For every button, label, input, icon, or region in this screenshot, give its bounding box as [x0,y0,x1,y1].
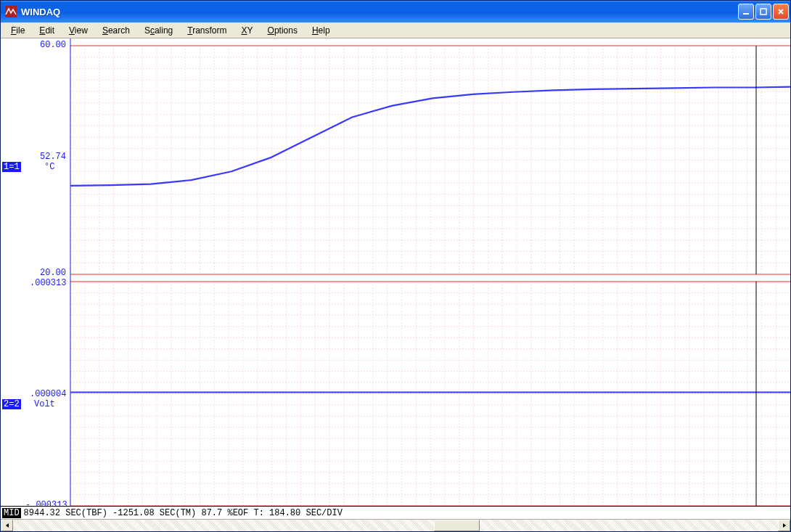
statusbar: MID 8944.32 SEC(TBF) -1251.08 SEC(TM) 87… [1,506,790,519]
hscrollbar [1,519,790,531]
menu-label: dit [45,25,54,36]
app-icon [5,6,17,17]
titlebar: WINDAQ [1,1,790,22]
menu-options[interactable]: Options [262,24,303,37]
menu-label: ransform [192,25,226,36]
menu-label: ile [16,25,25,36]
maximize-button[interactable] [755,4,771,20]
menu-label: S [144,25,150,36]
plot-canvas [1,38,790,506]
menu-search[interactable]: Search [97,24,136,37]
scroll-track[interactable] [13,520,778,531]
menu-file[interactable]: File [5,24,30,37]
menu-label: earch [108,25,130,36]
menu-label: aling [155,25,173,36]
scroll-thumb[interactable] [434,520,480,531]
svg-rect-2 [761,9,766,15]
menu-help[interactable]: Help [306,24,336,37]
menu-edit[interactable]: Edit [33,24,60,37]
svg-rect-1 [743,13,749,15]
menu-label: ptions [274,25,298,36]
scroll-left-button[interactable] [1,520,13,531]
minimize-button[interactable] [738,4,754,20]
menu-scaling[interactable]: Scaling [139,24,179,37]
menu-label: Y [247,25,253,36]
window-controls [738,4,789,20]
menu-xy[interactable]: XY [236,24,259,37]
status-mode[interactable]: MID [2,508,21,518]
menu-transform[interactable]: Transform [181,24,232,37]
menu-label: elp [319,25,330,36]
scroll-right-button[interactable] [778,520,790,531]
status-text: 8944.32 SEC(TBF) -1251.08 SEC(TM) 87.7 %… [24,508,343,518]
menu-label: iew [75,25,88,36]
plot-area[interactable]: 60.00 52.74 1=1 °C 20.00 .000313 .000004… [1,38,790,506]
menubar: File Edit View Search Scaling Transform … [1,22,790,38]
close-button[interactable] [773,4,789,20]
menu-view[interactable]: View [63,24,94,37]
window-title: WINDAQ [21,7,738,17]
